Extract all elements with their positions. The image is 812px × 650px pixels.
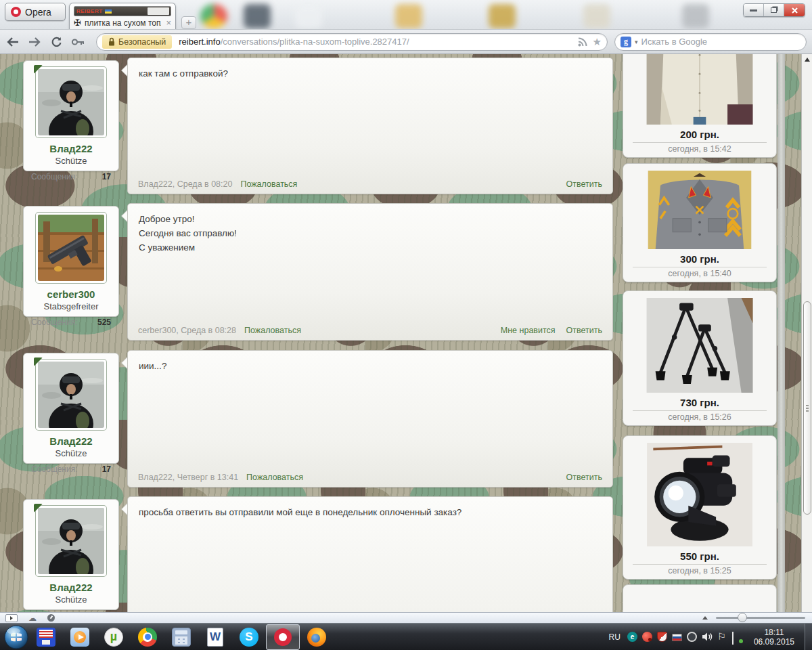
user-card: cerber300 Stabsgefreiter Сообщения:525 [23,206,119,317]
user-rank: Schütze [24,156,118,166]
report-link[interactable]: Пожаловаться [240,179,297,189]
eset-antivirus-icon[interactable]: e [627,632,637,642]
message-post: Влад222 Schütze Сообщения:17 как там с о… [20,58,614,195]
bookmark-star-icon[interactable]: ★ [593,36,602,48]
tab-title: плитка на сухом топл... [85,18,162,28]
url-domain: reibert.info [179,37,220,47]
address-bar[interactable]: Безопасный reibert.info/conversations/pl… [96,33,608,51]
minimize-button[interactable] [744,4,764,16]
opera-turbo-icon[interactable] [47,614,55,622]
opera-logo-icon [11,7,21,17]
product-card[interactable]: 200 грн. сегодня, в 15:42 [623,54,777,158]
opera-status-bar: ☁ [0,612,812,623]
restore-button[interactable] [764,4,784,16]
divider [633,410,767,411]
report-link[interactable]: Пожаловаться [246,473,303,482]
message-text: С уважением [139,241,602,255]
report-link[interactable]: Пожаловаться [244,326,301,335]
desktop-icon-blur [583,4,610,28]
username-link[interactable]: Влад222 [24,435,118,447]
taskbar-opera-app-active[interactable] [266,624,300,650]
avatar-diver[interactable] [38,69,104,135]
taskbar-chrome-app[interactable] [131,624,164,650]
volume-icon[interactable] [702,632,713,642]
avatar-diver[interactable] [38,508,104,574]
opera-unite-cloud-icon[interactable]: ☁ [28,614,37,622]
product-image-military-jacket [643,171,757,249]
username-link[interactable]: cerber300 [24,288,118,300]
avatar-pistol[interactable] [38,215,104,281]
taskbar-skype-app[interactable]: S [232,624,266,650]
download-manager-icon[interactable] [642,632,652,642]
new-tab-button[interactable]: + [181,16,196,29]
network-icon[interactable] [732,632,742,643]
tab-close-icon[interactable]: × [164,18,173,28]
search-input[interactable] [641,37,800,47]
zoom-slider[interactable] [716,617,805,619]
scroll-up-arrow-icon[interactable] [805,58,810,62]
url-text[interactable]: reibert.info/conversations/plitka-na-sux… [179,37,573,47]
username-link[interactable]: Влад222 [24,143,118,154]
wand-password-button[interactable] [69,33,87,51]
windows-taskbar: µ W S RU e ⚐ 18:11 06.09.2015 [0,623,812,650]
taskbar-firefox-app[interactable] [300,624,334,650]
online-indicator-icon [34,358,43,366]
vertical-scrollbar[interactable] [801,54,812,612]
product-card[interactable]: 730 грн. сегодня, в 15:26 [623,290,777,426]
search-bar[interactable]: g ▾ [614,33,807,51]
taskbar-calculator-app[interactable] [164,624,198,650]
action-center-flag-icon[interactable]: ⚐ [717,632,727,642]
product-date: сегодня, в 15:40 [668,269,731,278]
titlebar[interactable]: Opera REIBERT ✠ плитка на сухом топл... … [0,0,812,30]
rss-feed-icon[interactable] [578,37,587,47]
taskbar-utorrent-app[interactable]: µ [97,624,131,650]
user-card: Влад222 Schütze Сообщения:17 [23,60,119,171]
panels-toggle-button[interactable] [5,614,18,622]
ukraine-flag-icon [105,9,112,14]
reply-link[interactable]: Ответить [566,326,602,335]
online-indicator-icon [34,65,43,74]
divider [633,142,767,143]
sync-icon[interactable] [687,632,697,642]
browser-tab[interactable]: REIBERT ✠ плитка на сухом топл... × [69,3,176,30]
product-card-partial[interactable] [623,584,777,612]
page-content: Влад222 Schütze Сообщения:17 как там с о… [0,54,812,612]
message-text: Сегодня вас отправлю! [139,227,602,241]
taskbar-media-player-app[interactable] [63,624,97,650]
message-text: просьба ответить вы отправили мой еще в … [139,506,602,520]
calculator-icon [172,628,191,647]
clock-time: 18:11 [754,628,794,637]
back-button[interactable] [4,33,22,51]
search-engine-dropdown-icon[interactable]: ▾ [635,39,638,45]
avatar-diver[interactable] [38,362,104,428]
taskbar-clock[interactable]: 18:11 06.09.2015 [754,628,794,647]
user-rank: Schütze [24,448,118,458]
username-link[interactable]: Влад222 [24,582,118,593]
product-image-rifle-bipods [643,298,757,393]
russian-flag-icon[interactable] [672,634,682,641]
security-shield-icon[interactable] [657,632,667,642]
scrollbar-thumb[interactable] [803,301,811,515]
zoom-slider-knob[interactable] [738,613,747,622]
security-badge[interactable]: Безопасный [102,35,172,49]
close-button[interactable] [784,4,805,16]
opera-menu-button[interactable]: Opera [5,3,66,21]
zoom-popup-arrow-icon[interactable] [702,616,708,620]
product-card[interactable]: 550 грн. сегодня, в 15:25 [623,435,777,580]
start-button[interactable] [3,624,29,650]
reply-link[interactable]: Ответить [566,473,602,482]
taskbar-save-tool-app[interactable] [29,624,63,650]
messages-label: Сообщения: [31,464,77,474]
reload-button[interactable] [47,33,65,51]
taskbar-word-app[interactable]: W [198,624,232,650]
language-indicator[interactable]: RU [609,632,621,642]
like-link[interactable]: Мне нравится [501,326,556,335]
message-author-date: Влад222, Среда в 08:20 [138,179,232,189]
forward-button[interactable] [26,33,43,51]
show-desktop-button[interactable] [805,624,812,650]
back-arrow-icon [7,37,19,47]
reply-link[interactable]: Ответить [566,179,602,189]
product-card[interactable]: 300 грн. сегодня, в 15:40 [623,163,777,282]
clock-date: 06.09.2015 [754,637,794,647]
google-search-engine-icon[interactable]: g [621,37,631,47]
